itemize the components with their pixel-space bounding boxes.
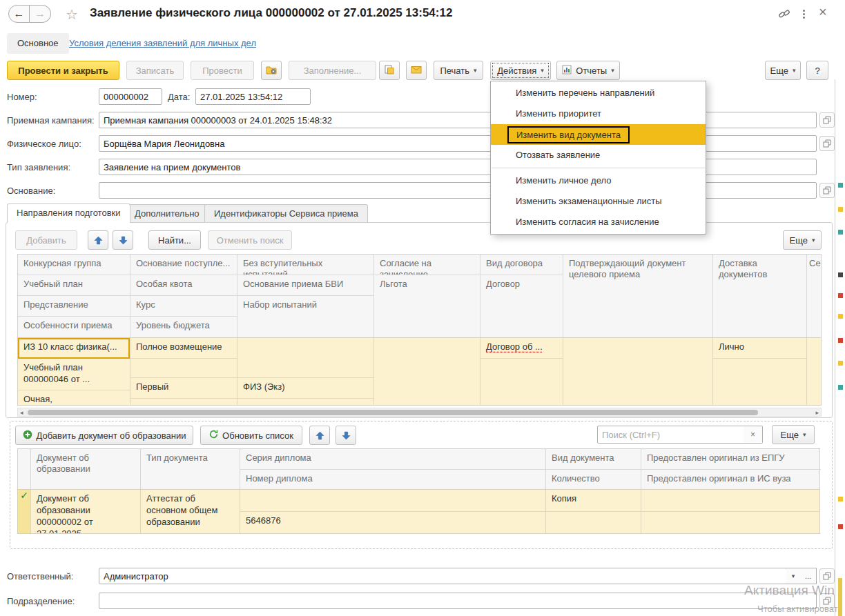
directions-table-row[interactable]: ИЗ 10 класс физика(... Учебный план 0000… bbox=[17, 338, 822, 406]
menu-item-change-directions[interactable]: Изменить перечень направлений bbox=[491, 83, 706, 103]
fill-button[interactable]: Заполнение... bbox=[289, 61, 376, 80]
chevron-down-icon: ▾ bbox=[474, 68, 477, 74]
application-type-input[interactable] bbox=[99, 159, 817, 175]
open-person-button[interactable] bbox=[819, 136, 835, 151]
open-responsible-button[interactable] bbox=[819, 568, 835, 584]
menu-item-change-priority[interactable]: Изменить приоритет bbox=[491, 103, 706, 124]
menu-item-withdraw-application[interactable]: Отозвать заявление bbox=[491, 145, 706, 166]
header-cell: Се bbox=[807, 255, 822, 272]
back-button[interactable]: ← bbox=[8, 5, 30, 23]
header-cell: Вид документа bbox=[546, 449, 641, 470]
save-button[interactable]: Записать bbox=[126, 61, 184, 80]
create-based-on-button[interactable] bbox=[261, 61, 282, 80]
cell-exam-set[interactable]: ФИЗ (Экз) bbox=[237, 378, 373, 399]
person-input[interactable] bbox=[99, 135, 817, 152]
actions-button[interactable]: Действия ▾ bbox=[490, 61, 551, 80]
cell-diploma-series[interactable] bbox=[240, 490, 545, 512]
conditions-link[interactable]: Условия деления заявлений для личных дел bbox=[69, 38, 256, 48]
responsible-input[interactable] bbox=[99, 568, 787, 584]
add-education-document-button[interactable]: Добавить документ об образовании bbox=[15, 426, 193, 445]
more-button-directions[interactable]: Еще ▾ bbox=[783, 230, 822, 250]
horizontal-scrollbar[interactable]: ◂ ▸ bbox=[17, 408, 822, 417]
print-button[interactable]: Печать ▾ bbox=[434, 61, 483, 80]
menu-item-change-exam-sheets[interactable]: Изменить экзаменационные листы bbox=[491, 191, 706, 212]
cell-original-epgu[interactable] bbox=[641, 490, 820, 512]
move-up-button-docs[interactable] bbox=[309, 426, 330, 445]
refresh-list-button[interactable]: Обновить список bbox=[200, 426, 302, 445]
cell-empty[interactable] bbox=[130, 359, 237, 378]
header-cell: Представление bbox=[18, 296, 130, 317]
basis-input[interactable] bbox=[99, 182, 817, 199]
menu-item-change-personal-file[interactable]: Изменить личное дело bbox=[491, 170, 706, 191]
tab-main[interactable]: Основное bbox=[7, 33, 69, 54]
number-input[interactable] bbox=[99, 88, 162, 105]
send-email-button[interactable] bbox=[406, 61, 427, 80]
cell-course[interactable]: Первый bbox=[130, 378, 237, 399]
open-basis-button[interactable] bbox=[819, 183, 835, 198]
favorite-star-icon[interactable]: ☆ bbox=[66, 6, 78, 23]
cell-empty[interactable] bbox=[563, 338, 712, 345]
post-button[interactable]: Провести bbox=[191, 61, 254, 80]
reports-button[interactable]: Отчеты ▾ bbox=[556, 61, 620, 80]
cell-original-vuz[interactable] bbox=[641, 512, 820, 533]
arrow-up-icon bbox=[315, 431, 324, 440]
scroll-left-icon[interactable]: ◂ bbox=[20, 408, 23, 417]
menu-item-label: Изменить личное дело bbox=[516, 175, 611, 186]
cell-study-mode[interactable]: Очная, bbox=[18, 390, 130, 406]
cell-delivery[interactable]: Лично bbox=[713, 338, 806, 359]
print-label: Печать bbox=[440, 66, 469, 76]
documents-table-row[interactable]: ✓ Документ об образовании 000000002 от 2… bbox=[17, 490, 820, 534]
close-icon[interactable]: × bbox=[819, 4, 827, 20]
cell-empty[interactable] bbox=[807, 338, 822, 345]
cell-education-document[interactable]: Документ об образовании 000000002 от 27.… bbox=[31, 490, 140, 534]
cell-empty[interactable] bbox=[374, 338, 480, 345]
search-input[interactable] bbox=[597, 426, 744, 444]
chevron-down-icon: ▾ bbox=[792, 573, 795, 579]
campaign-input[interactable] bbox=[99, 112, 817, 128]
cell-empty[interactable] bbox=[237, 338, 373, 378]
cell-reimbursement[interactable]: Полное возмещение ... bbox=[130, 338, 237, 359]
cell-document-type[interactable]: Аттестат об основном общем образовании bbox=[141, 490, 240, 532]
cell-document-kind[interactable]: Копия bbox=[546, 490, 641, 512]
more-menu-icon[interactable] bbox=[803, 8, 805, 20]
cell-competition-group[interactable]: ИЗ 10 класс физика(... bbox=[18, 338, 130, 359]
tab-service-identifiers[interactable]: Идентификаторы Сервиса приема bbox=[204, 204, 368, 223]
menu-item-change-enrollment-consents[interactable]: Изменить согласия на зачисление bbox=[491, 212, 706, 232]
tab-directions[interactable]: Направления подготовки bbox=[7, 203, 130, 223]
open-icon bbox=[823, 139, 831, 148]
menu-item-change-document-kind[interactable]: Изменить вид документа bbox=[491, 124, 706, 145]
cancel-search-button[interactable]: Отменить поиск bbox=[208, 230, 292, 250]
attached-files-button[interactable] bbox=[379, 61, 400, 80]
page-title: Заявление физического лица 000000002 от … bbox=[90, 6, 452, 20]
get-link-icon[interactable] bbox=[777, 7, 791, 23]
col-contract-kind: Вид договора Договор bbox=[480, 255, 563, 337]
header-cell: Без вступительных испытаний bbox=[237, 255, 373, 275]
header-cell: Учебный план bbox=[18, 275, 130, 296]
add-direction-button[interactable]: Добавить bbox=[15, 230, 77, 250]
forward-button[interactable]: → bbox=[30, 5, 51, 23]
move-down-button-docs[interactable] bbox=[336, 426, 356, 445]
scroll-right-icon[interactable]: ▸ bbox=[815, 408, 819, 417]
tab-additional[interactable]: Дополнительно bbox=[125, 204, 209, 223]
cell-quantity[interactable] bbox=[546, 512, 641, 533]
department-input[interactable] bbox=[99, 593, 817, 609]
find-button[interactable]: Найти... bbox=[148, 230, 201, 250]
campaign-label: Приемная кампания: bbox=[7, 115, 95, 126]
responsible-picker-button[interactable]: ... bbox=[800, 568, 817, 584]
help-button[interactable]: ? bbox=[806, 61, 828, 80]
more-button-top[interactable]: Еще ▾ bbox=[765, 61, 801, 80]
move-down-button[interactable] bbox=[113, 230, 133, 250]
clear-search-icon[interactable]: × bbox=[744, 426, 763, 444]
date-input[interactable] bbox=[195, 88, 311, 105]
open-campaign-button[interactable] bbox=[819, 112, 835, 128]
move-up-button[interactable] bbox=[88, 230, 108, 250]
more-button-documents[interactable]: Еще ▾ bbox=[772, 425, 815, 444]
cell-study-plan[interactable]: Учебный план 000000046 от ... bbox=[18, 359, 130, 390]
scrollbar-thumb[interactable] bbox=[28, 410, 758, 415]
post-and-close-button[interactable]: Провести и закрыть bbox=[7, 61, 119, 80]
cell-diploma-number[interactable]: 5646876 bbox=[240, 512, 545, 533]
header-cell: Основание приема БВИ bbox=[237, 275, 373, 296]
header-cell: Курс bbox=[130, 296, 237, 317]
cell-contract-link[interactable]: Договор об ... bbox=[486, 341, 543, 352]
responsible-dropdown-button[interactable]: ▾ bbox=[786, 568, 801, 584]
